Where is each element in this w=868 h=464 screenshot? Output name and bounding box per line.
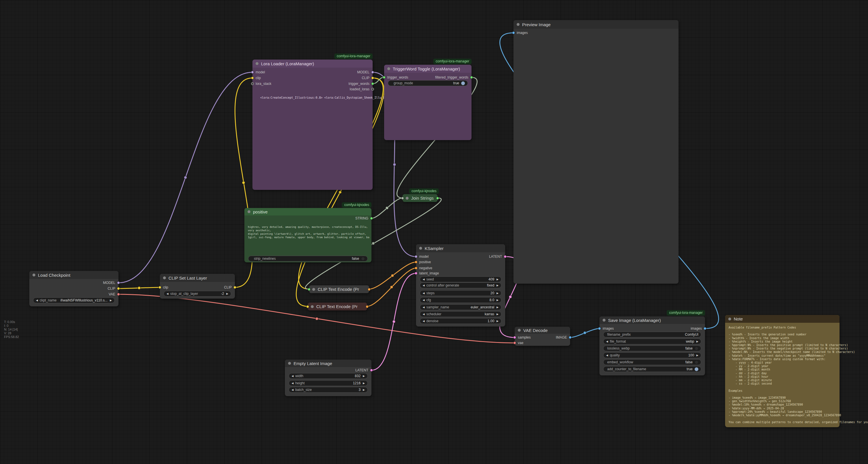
denoise-widget[interactable]: ◀denoise1.00▶ [420, 318, 501, 324]
increment-arrow-icon[interactable]: ▶ [696, 354, 699, 357]
collapse-dot-icon[interactable] [288, 362, 291, 365]
decrement-arrow-icon[interactable]: ◀ [291, 388, 293, 391]
decrement-arrow-icon[interactable]: ◀ [606, 354, 608, 357]
conditioning-output-port[interactable] [366, 305, 369, 308]
node-load-checkpoint[interactable]: Load Checkpoint MODEL CLIP VAE ◀ ckpt_na… [29, 271, 119, 307]
preview-image-title-bar[interactable]: Preview Image [514, 20, 679, 29]
control-after-generate-widget[interactable]: ◀control after generatefixed▶ [420, 283, 501, 288]
increment-arrow-icon[interactable]: ▶ [226, 292, 228, 295]
clip-input-port[interactable] [158, 286, 161, 289]
batch-size-widget[interactable]: ◀batch_size3▶ [289, 387, 368, 393]
model-output-port[interactable] [371, 71, 374, 74]
collapse-dot-icon[interactable] [518, 329, 521, 332]
join-strings-title-bar[interactable]: Join Strings [403, 194, 438, 202]
positive-title-bar[interactable]: positive [244, 208, 371, 215]
string-output-port[interactable] [436, 197, 439, 200]
node-empty-latent-image[interactable]: Empty Latent Image LATENT ◀width832▶ ◀he… [285, 359, 371, 396]
note-title-bar[interactable]: Note [725, 315, 840, 323]
node-clip-text-encode-positive[interactable]: CLIP Text Encode (Pr [309, 285, 369, 293]
vae-output-port[interactable] [117, 293, 120, 296]
save-image-title-bar[interactable]: Save Image (LoraManager) [599, 316, 705, 324]
file-format-widget[interactable]: ◀file_formatwebp▶ [603, 339, 701, 344]
trigger-words-input-port[interactable] [383, 76, 385, 79]
trigger-words-output-port[interactable] [371, 82, 374, 85]
group-mode-toggle-widget[interactable]: group_mode true [388, 80, 468, 86]
toggle-indicator[interactable] [694, 360, 699, 364]
collapse-dot-icon[interactable] [517, 23, 520, 26]
decrement-arrow-icon[interactable]: ◀ [423, 278, 425, 281]
node-positive-prompt[interactable]: comfyui-kjnodes positive STRING highres,… [244, 208, 371, 262]
increment-arrow-icon[interactable]: ▶ [363, 375, 365, 377]
loaded-loras-output-port[interactable] [371, 88, 374, 91]
lora-loader-title-bar[interactable]: Lora Loader (LoraManager) [252, 60, 373, 67]
increment-arrow-icon[interactable]: ▶ [363, 388, 365, 391]
collapsed-input-port[interactable] [306, 305, 309, 308]
conditioning-output-port[interactable] [368, 288, 371, 291]
decrement-arrow-icon[interactable]: ◀ [423, 298, 425, 301]
empty-latent-title-bar[interactable]: Empty Latent Image [285, 359, 371, 367]
decrement-arrow-icon[interactable]: ◀ [423, 284, 425, 287]
decrement-arrow-icon[interactable]: ◀ [423, 313, 425, 316]
clip-output-port[interactable] [117, 287, 120, 290]
increment-arrow-icon[interactable]: ▶ [363, 382, 365, 385]
load-checkpoint-title-bar[interactable]: Load Checkpoint [29, 271, 119, 279]
sampler-name-widget[interactable]: ◀sampler_nameeuler_ancestral▶ [420, 304, 501, 310]
vae-input-port[interactable] [513, 342, 516, 344]
toggle-indicator[interactable] [694, 367, 699, 371]
increment-arrow-icon[interactable]: ▶ [497, 313, 499, 316]
toggle-indicator[interactable] [361, 257, 365, 261]
decrement-arrow-icon[interactable]: ◀ [291, 375, 293, 377]
string-output-port[interactable] [370, 217, 373, 220]
stop-at-clip-layer-widget[interactable]: ◀ stop_at_clip_layer -2 ▶ [164, 291, 231, 297]
decrement-arrow-icon[interactable]: ◀ [36, 299, 38, 302]
collapse-dot-icon[interactable] [311, 305, 314, 308]
quality-widget[interactable]: ◀quality100▶ [603, 352, 701, 358]
node-triggerword-toggle[interactable]: comfyui-lora-manager TriggerWord Toggle … [384, 65, 471, 140]
node-preview-image[interactable]: Preview Image images [514, 20, 679, 284]
increment-arrow-icon[interactable]: ▶ [497, 298, 499, 301]
node-save-image[interactable]: comfyui-lora-manager Save Image (LoraMan… [599, 316, 705, 375]
add-counter-toggle-widget[interactable]: add_counter_to_filenametrue [603, 366, 701, 372]
collapse-dot-icon[interactable] [163, 277, 166, 279]
samples-input-port[interactable] [513, 336, 516, 339]
clip-set-last-layer-title-bar[interactable]: CLIP Set Last Layer [160, 274, 235, 282]
collapse-dot-icon[interactable] [387, 67, 390, 70]
decrement-arrow-icon[interactable]: ◀ [423, 292, 425, 295]
increment-arrow-icon[interactable]: ▶ [497, 292, 499, 295]
collapse-dot-icon[interactable] [419, 247, 422, 250]
loras-text[interactable]: <lora:CreateConcept_Illustrious:0.8> <lo… [260, 96, 404, 99]
collapse-dot-icon[interactable] [312, 288, 315, 291]
decrement-arrow-icon[interactable]: ◀ [423, 320, 425, 322]
latent-image-input-port[interactable] [414, 272, 417, 275]
collapsed-input-port[interactable] [401, 197, 404, 200]
height-widget[interactable]: ◀height1216▶ [289, 380, 368, 386]
node-clip-set-last-layer[interactable]: CLIP Set Last Layer clip CLIP ◀ stop_at_… [160, 274, 235, 298]
node-lora-loader[interactable]: comfyui-lora-manager Lora Loader (LoraMa… [252, 60, 373, 190]
increment-arrow-icon[interactable]: ▶ [497, 284, 499, 287]
collapse-dot-icon[interactable] [256, 62, 258, 65]
filtered-trigger-words-output-port[interactable] [470, 76, 473, 79]
model-input-port[interactable] [251, 71, 254, 74]
decrement-arrow-icon[interactable]: ◀ [606, 340, 608, 343]
embed-workflow-toggle-widget[interactable]: embed_workflowfalse [603, 359, 701, 365]
model-output-port[interactable] [117, 281, 120, 284]
increment-arrow-icon[interactable]: ▶ [497, 320, 499, 322]
decrement-arrow-icon[interactable]: ◀ [166, 292, 168, 295]
increment-arrow-icon[interactable]: ▶ [110, 299, 112, 302]
images-output-port[interactable] [704, 327, 706, 330]
collapse-dot-icon[interactable] [406, 197, 408, 200]
image-output-port[interactable] [569, 336, 571, 339]
width-widget[interactable]: ◀width832▶ [289, 373, 368, 379]
toggle-indicator[interactable] [461, 81, 465, 85]
decrement-arrow-icon[interactable]: ◀ [423, 306, 425, 309]
decrement-arrow-icon[interactable]: ◀ [291, 382, 293, 385]
increment-arrow-icon[interactable]: ▶ [497, 278, 499, 281]
lora-stack-input-port[interactable] [251, 82, 254, 85]
clip-input-port[interactable] [251, 77, 254, 79]
images-input-port[interactable] [598, 327, 601, 330]
positive-input-port[interactable] [414, 261, 417, 263]
clip-text-encode-title-bar[interactable]: CLIP Text Encode (Pr [308, 302, 367, 310]
clip-output-port[interactable] [234, 286, 236, 289]
node-ksampler[interactable]: KSampler model positive negative latent_… [416, 244, 505, 326]
clip-output-port[interactable] [371, 77, 374, 79]
